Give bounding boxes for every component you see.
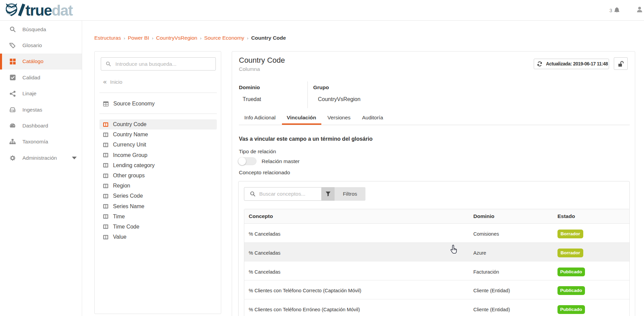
svg-text:truedat: truedat [25,2,73,17]
